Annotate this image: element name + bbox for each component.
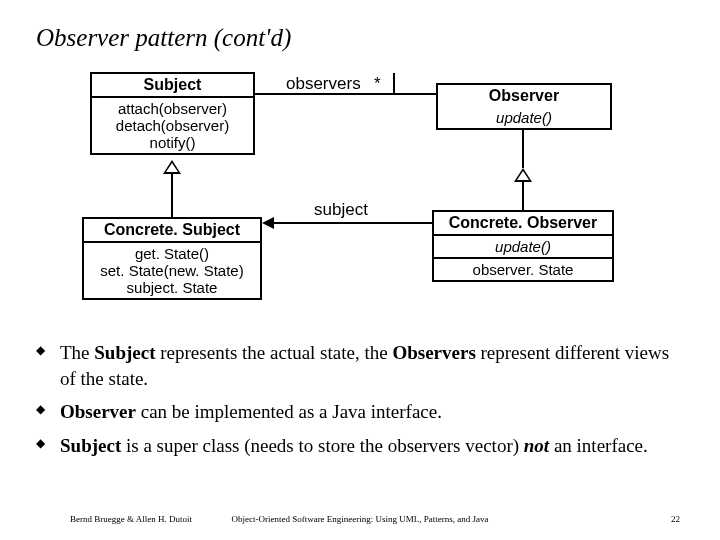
op: subject. State — [88, 279, 256, 296]
op: update() — [442, 109, 606, 126]
op: detach(observer) — [96, 117, 249, 134]
bullet-item: Subject is a super class (needs to store… — [36, 433, 680, 459]
assoc-line-subject — [274, 222, 432, 224]
gen-line — [522, 182, 524, 210]
text: The — [60, 342, 94, 363]
generalization-icon — [163, 160, 181, 174]
op: set. State(new. State) — [88, 262, 256, 279]
class-concrete-observer: Concrete. Observer update() observer. St… — [432, 210, 614, 282]
attr: observer. State — [438, 261, 608, 278]
assoc-label-subject: subject — [314, 200, 368, 220]
bullet-list: The Subject represents the actual state,… — [36, 340, 680, 467]
slide-title: Observer pattern (cont'd) — [36, 24, 291, 52]
class-ops: get. State() set. State(new. State) subj… — [84, 243, 260, 298]
class-name: Subject — [92, 74, 253, 98]
footer-page: 22 — [671, 514, 680, 524]
text: can be implemented as a Java interface. — [136, 401, 442, 422]
class-concrete-subject: Concrete. Subject get. State() set. Stat… — [82, 217, 262, 300]
footer-title: Object-Oriented Software Engineering: Us… — [0, 514, 720, 524]
class-ops: update() — [438, 107, 610, 128]
class-observer: Observer update() — [436, 83, 612, 130]
class-ops: update() — [434, 236, 612, 257]
bullet-item: The Subject represents the actual state,… — [36, 340, 680, 391]
gen-line-upper — [522, 128, 524, 168]
text: an interface. — [549, 435, 648, 456]
op: attach(observer) — [96, 100, 249, 117]
text: represents the actual state, the — [156, 342, 393, 363]
class-name: Concrete. Observer — [434, 212, 612, 236]
class-subject: Subject attach(observer) detach(observer… — [90, 72, 255, 155]
op: get. State() — [88, 245, 256, 262]
assoc-label-star: * — [374, 74, 381, 94]
bold: Observer — [60, 401, 136, 422]
bold: Subject — [94, 342, 155, 363]
bold-italic: not — [524, 435, 549, 456]
bullet-item: Observer can be implemented as a Java in… — [36, 399, 680, 425]
text: is a super class (needs to store the obs… — [121, 435, 524, 456]
assoc-label-observers: observers — [286, 74, 361, 94]
arrowhead-icon — [262, 217, 274, 229]
class-name: Observer — [438, 85, 610, 107]
generalization-icon — [514, 168, 532, 182]
class-attrs: observer. State — [434, 257, 612, 280]
bold: Observers — [392, 342, 475, 363]
gen-line — [171, 174, 173, 217]
op: notify() — [96, 134, 249, 151]
bold: Subject — [60, 435, 121, 456]
class-name: Concrete. Subject — [84, 219, 260, 243]
class-ops: attach(observer) detach(observer) notify… — [92, 98, 253, 153]
op: update() — [438, 238, 608, 255]
assoc-tick — [393, 73, 395, 95]
